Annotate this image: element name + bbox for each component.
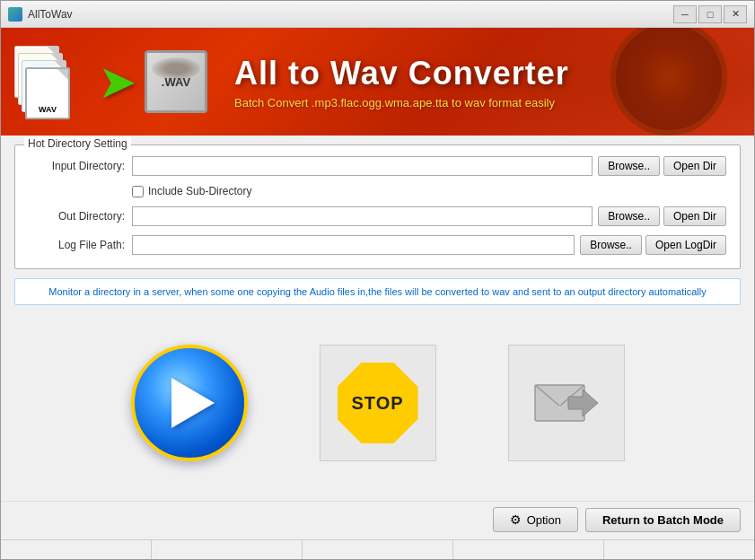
include-sub-row: Include Sub-Directory <box>132 185 726 197</box>
input-open-dir-button[interactable]: Open Dir <box>663 156 726 176</box>
out-dir-field[interactable] <box>132 206 593 226</box>
status-seg-4 <box>453 540 604 559</box>
maximize-button[interactable]: □ <box>698 5 722 23</box>
log-open-dir-button[interactable]: Open LogDir <box>645 235 726 255</box>
input-dir-row: Input Directory: Browse.. Open Dir <box>29 156 726 176</box>
close-button[interactable]: ✕ <box>724 5 747 23</box>
main-window: AllToWav ─ □ ✕ Flac Ogg Wma WAV ➤ .WAV <box>0 0 755 560</box>
status-seg-5 <box>604 540 754 559</box>
out-open-dir-button[interactable]: Open Dir <box>663 206 726 226</box>
group-title: Hot Directory Setting <box>24 137 131 150</box>
window-controls: ─ □ ✕ <box>673 5 747 23</box>
header-title-area: All to Wav Converter Batch Convert .mp3.… <box>234 55 569 109</box>
header-left: Flac Ogg Wma WAV ➤ .WAV <box>1 46 207 118</box>
minimize-button[interactable]: ─ <box>673 5 697 23</box>
option-button[interactable]: ⚙ Option <box>493 507 578 532</box>
play-button[interactable] <box>131 345 248 461</box>
status-bar <box>1 539 754 559</box>
option-icon: ⚙ <box>510 512 522 527</box>
info-bar: Monitor a directory in a server, when so… <box>14 278 741 305</box>
window-title: AllToWav <box>28 8 673 21</box>
input-browse-button[interactable]: Browse.. <box>598 156 660 176</box>
play-circle <box>131 345 248 461</box>
hot-directory-group: Hot Directory Setting Input Directory: B… <box>14 144 741 269</box>
log-file-row: Log File Path: Browse.. Open LogDir <box>29 235 726 255</box>
input-dir-buttons: Browse.. Open Dir <box>598 156 726 176</box>
main-content: Hot Directory Setting Input Directory: B… <box>1 136 754 501</box>
title-bar: AllToWav ─ □ ✕ <box>1 1 754 28</box>
input-dir-field[interactable] <box>132 156 593 176</box>
option-label: Option <box>527 513 561 527</box>
out-dir-label: Out Directory: <box>29 210 132 223</box>
mail-icon <box>531 372 602 434</box>
stop-button[interactable]: STOP <box>320 345 436 461</box>
input-dir-label: Input Directory: <box>29 160 132 172</box>
status-seg-1 <box>1 540 152 559</box>
log-file-field[interactable] <box>132 235 575 255</box>
log-file-label: Log File Path: <box>29 239 132 251</box>
play-triangle-icon <box>171 378 215 428</box>
mail-button[interactable] <box>508 345 625 461</box>
stop-octagon: STOP <box>338 363 418 443</box>
return-to-batch-button[interactable]: Return to Batch Mode <box>585 508 741 532</box>
arrow-icon: ➤ <box>98 58 137 105</box>
bottom-bar: ⚙ Option Return to Batch Mode <box>1 501 754 539</box>
header-banner: Flac Ogg Wma WAV ➤ .WAV All to Wav Conve… <box>1 28 754 136</box>
film-reel-decoration <box>610 28 736 136</box>
log-file-buttons: Browse.. Open LogDir <box>580 235 726 255</box>
out-browse-button[interactable]: Browse.. <box>598 206 660 226</box>
action-area: STOP <box>14 314 741 492</box>
log-browse-button[interactable]: Browse.. <box>580 235 642 255</box>
include-sub-label: Include Sub-Directory <box>148 185 251 197</box>
wav-output-icon: .WAV <box>145 50 207 113</box>
app-icon <box>8 7 22 22</box>
info-text: Monitor a directory in a server, when so… <box>48 286 707 297</box>
app-title: All to Wav Converter <box>234 55 569 92</box>
out-dir-row: Out Directory: Browse.. Open Dir <box>29 206 726 226</box>
status-seg-2 <box>152 540 303 559</box>
file-icons-stack: Flac Ogg Wma WAV <box>14 46 86 118</box>
include-sub-checkbox[interactable] <box>132 186 144 197</box>
out-dir-buttons: Browse.. Open Dir <box>598 206 726 226</box>
app-subtitle: Batch Convert .mp3.flac.ogg.wma.ape.tta … <box>234 96 569 109</box>
status-seg-3 <box>303 540 453 559</box>
wav-icon: WAV <box>25 67 70 119</box>
